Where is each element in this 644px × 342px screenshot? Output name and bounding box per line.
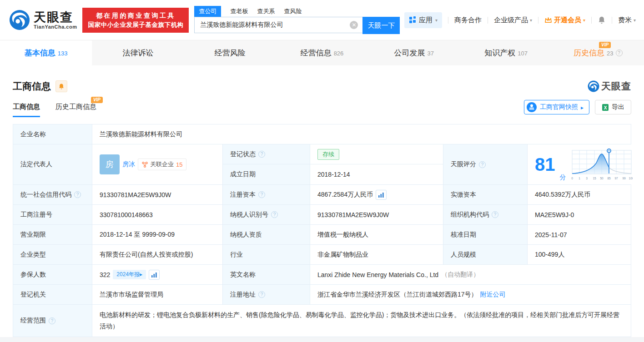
subtabs: 工商信息 历史工商信息 VIP	[13, 103, 96, 117]
insured-count-cell: 322 2024年报	[92, 265, 223, 284]
nav-enterprise-label: 企业级产品	[494, 16, 528, 25]
subtab-label: 历史工商信息	[55, 103, 96, 110]
reg-address-cell: 浙江省金华市兰溪经济开发区（兰江街道城郊西路17号） 附近公司	[310, 285, 631, 304]
tianyancha-logo[interactable]: 天眼查 TianYanCha.com	[9, 10, 77, 30]
nav-vip[interactable]: 开通会员 ▾	[544, 16, 585, 25]
header-nav: 应用 ▾ 商务合作 企业级产品 ▾ 开通会员 ▾	[404, 12, 636, 28]
stamp-icon	[526, 102, 537, 113]
capital-trend-chart-icon[interactable]	[376, 190, 387, 200]
score-unit: 分	[560, 173, 566, 182]
auto-translate-note: （自动翻译）	[441, 271, 479, 279]
annual-report-label: 2024年报	[116, 271, 140, 278]
legal-rep-cell: 房 房冰 关联企业 15	[92, 144, 223, 184]
reg-authority-value: 兰溪市市场监督管理局	[92, 285, 223, 304]
search-input-wrap	[194, 17, 362, 34]
approval-date-value: 2025-11-07	[528, 225, 631, 244]
nav-enterprise[interactable]: 企业级产品 ▾	[494, 16, 532, 25]
tab-history-info[interactable]: 历史信息 VIP 23	[552, 40, 644, 65]
subtab-business-info[interactable]: 工商信息	[13, 103, 40, 117]
section-title: 工商信息	[13, 80, 51, 93]
related-company-badge[interactable]: 关联企业 15	[138, 159, 186, 170]
notification-bell-icon[interactable]	[598, 16, 606, 25]
tab-basic-info[interactable]: 基本信息 133	[0, 40, 92, 65]
tab-operation-info[interactable]: 经营信息 826	[276, 40, 368, 65]
business-scope-value: 电池新材料的研发；锂电池复合负极新材料的生产、销售(除危险化学品、易制毒化学品、…	[92, 305, 631, 337]
tab-operation-risk[interactable]: 经营风险	[184, 40, 276, 65]
related-company-count: 15	[176, 161, 182, 168]
tab-company-development[interactable]: 公司发展 37	[368, 40, 460, 65]
annual-report-badge[interactable]: 2024年报	[113, 270, 146, 279]
tab-intellectual-property[interactable]: 知识产权 107	[460, 40, 552, 65]
avatar[interactable]: 房	[100, 154, 120, 174]
nav-cooperation[interactable]: 商务合作	[454, 16, 482, 25]
subtab-label-wrap: 历史工商信息 VIP	[55, 103, 96, 110]
help-icon[interactable]	[258, 191, 265, 198]
chevron-down-icon: ▾	[435, 18, 438, 23]
help-icon[interactable]	[258, 151, 265, 158]
insured-trend-chart-icon[interactable]	[149, 270, 160, 280]
search-row: 天眼一下	[194, 17, 400, 34]
divider	[488, 17, 488, 24]
help-icon[interactable]	[616, 50, 623, 56]
field-label: 企业类型	[13, 245, 92, 264]
table-row: 法定代表人 房 房冰 关联企业 15	[13, 144, 631, 185]
tianyancha-logo-icon	[9, 10, 30, 30]
field-label: 组织机构代码	[443, 205, 528, 224]
promo-line-1: 都在用的商业查询工具	[88, 11, 183, 20]
nearby-companies-link[interactable]: 附近公司	[480, 291, 506, 299]
taxpayer-id-label: 纳税人识别号	[230, 211, 268, 219]
crown-icon	[544, 17, 552, 24]
related-company-label: 关联企业	[150, 160, 174, 169]
subscribe-bell-icon[interactable]	[55, 80, 67, 92]
reg-status-label: 登记状态	[230, 150, 256, 159]
subtab-history-business-info[interactable]: 历史工商信息 VIP	[55, 103, 96, 117]
svg-text:3: 3	[586, 177, 588, 180]
reg-capital-label: 注册资本	[230, 191, 256, 199]
tab-count: 107	[518, 50, 528, 57]
export-label: 导出	[612, 103, 624, 111]
tab-label: 知识产权	[484, 48, 515, 58]
table-row: 企业类型 有限责任公司(自然人投资或控股) 行业 非金属矿物制品业 人员规模 1…	[13, 245, 631, 265]
search-button[interactable]: 天眼一下	[362, 17, 400, 34]
official-snapshot-button[interactable]: 工商官网快照	[524, 100, 589, 114]
help-icon[interactable]	[49, 317, 55, 324]
search-tab-relation[interactable]: 查关系	[257, 6, 275, 17]
business-scope-label: 经营范围	[20, 317, 46, 325]
search-input[interactable]	[194, 17, 362, 33]
tab-count: 37	[428, 50, 434, 57]
chevron-down-icon: ▾	[530, 18, 532, 23]
help-icon[interactable]	[479, 161, 486, 168]
export-button[interactable]: X 导出	[595, 100, 631, 114]
svg-text:1: 1	[579, 177, 580, 180]
help-icon[interactable]	[271, 211, 278, 218]
watermark-brand: 天眼查	[601, 80, 631, 93]
search-tab-boss[interactable]: 查老板	[230, 6, 248, 17]
help-icon[interactable]	[74, 191, 81, 198]
help-icon[interactable]	[492, 211, 498, 218]
paid-capital-value: 4640.5392万人民币	[528, 185, 631, 204]
svg-text:97: 97	[614, 177, 618, 180]
score-distribution-chart: 0 1 3 15 50 85 97 99 100	[571, 148, 633, 181]
table-row: 登记机关 兰溪市市场监督管理局 注册地址 浙江省金华市兰溪经济开发区（兰江街道城…	[13, 285, 631, 305]
tab-legal-litigation[interactable]: 法律诉讼	[92, 40, 184, 65]
insured-count-value: 322	[100, 271, 110, 278]
help-icon[interactable]	[258, 291, 265, 298]
table-row: 经营范围 电池新材料的研发；锂电池复合负极新材料的生产、销售(除危险化学品、易制…	[13, 305, 631, 337]
field-label: 参保人数	[13, 265, 92, 284]
nav-user[interactable]: 费米 ▾	[618, 16, 636, 25]
industry-value: 非金属矿物制品业	[310, 245, 443, 264]
search-tab-company[interactable]: 查公司	[194, 6, 221, 17]
field-label: 行业	[223, 245, 310, 264]
chevron-down-icon: ▾	[634, 18, 636, 23]
nav-vip-label: 开通会员	[554, 16, 581, 25]
tyc-score-label: 天眼评分	[451, 160, 476, 169]
vip-badge: VIP	[91, 97, 103, 103]
status-badge: 存续	[317, 149, 339, 160]
legal-rep-name-link[interactable]: 房冰	[122, 160, 135, 169]
apps-menu[interactable]: 应用 ▾	[404, 12, 442, 28]
main-tab-bar: 基本信息 133 法律诉讼 经营风险 经营信息 826 公司发展 37 知识产权…	[0, 40, 644, 65]
tab-label: 基本信息	[25, 48, 55, 58]
staff-size-value: 100-499人	[528, 245, 631, 264]
business-term-value: 2018-12-14 至 9999-09-09	[92, 225, 223, 244]
search-tab-risk[interactable]: 查风险	[284, 6, 302, 17]
